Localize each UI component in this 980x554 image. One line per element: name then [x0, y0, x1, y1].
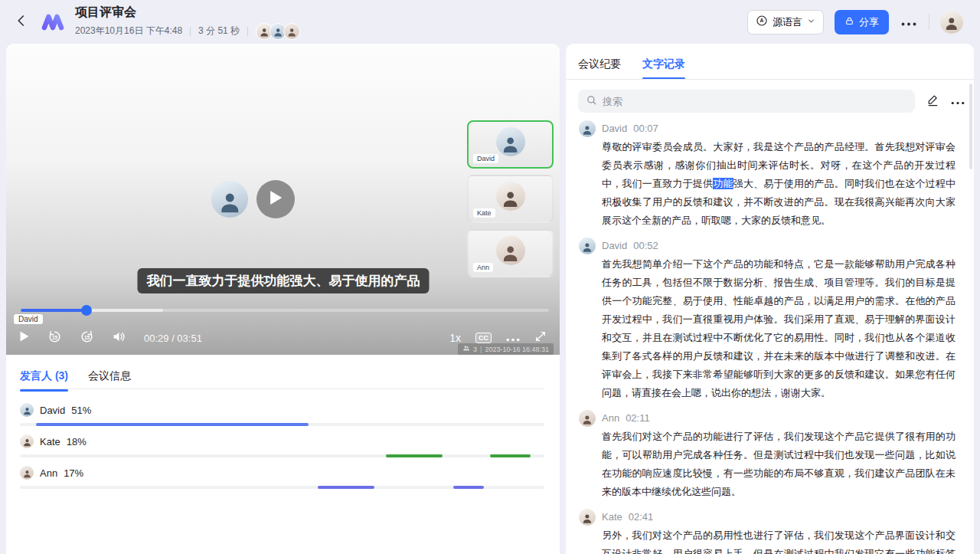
speaker-percent: 18% — [67, 436, 87, 447]
edit-transcript-button[interactable] — [926, 93, 939, 110]
tabs-divider — [566, 79, 974, 80]
entry-text[interactable]: 首先我想简单介绍一下这个产品的功能和特点，它是一款能够帮助用户完成各种任务的工具… — [602, 255, 956, 402]
ellipsis-icon — [951, 94, 965, 108]
thumbnail-name: Ann — [473, 263, 493, 272]
entry-text[interactable]: 尊敬的评审委员会成员。大家好，我是这个产品的产品经理。首先我想对评审会委员表示感… — [602, 138, 956, 230]
volume-icon — [112, 330, 126, 346]
search-row — [578, 90, 965, 113]
app-logo-icon — [38, 8, 67, 37]
participant-avatar-ann — [283, 23, 300, 40]
entry-time[interactable]: 00:07 — [633, 123, 658, 134]
meta-divider — [190, 27, 191, 36]
share-label: 分享 — [859, 15, 879, 29]
search-box[interactable] — [578, 90, 915, 113]
progress-bar[interactable] — [21, 309, 549, 312]
participant-avatars[interactable] — [256, 23, 300, 40]
pencil-icon — [926, 93, 939, 110]
transcript-entry: Ann 02:11 首先我们对这个产品的功能进行了评估，我们发现这个产品它提供了… — [579, 410, 956, 501]
speaker-timeline[interactable] — [20, 454, 544, 457]
svg-text:15: 15 — [84, 334, 90, 339]
volume-button[interactable] — [112, 330, 126, 346]
play-button[interactable] — [19, 330, 30, 346]
search-icon — [586, 94, 597, 109]
thumbnail-name: Kate — [473, 208, 495, 218]
entry-speaker: David — [602, 123, 627, 134]
speaker-name: Ann — [40, 467, 57, 479]
thumbnail-kate[interactable]: Kate — [467, 175, 554, 223]
progress-handle[interactable] — [81, 305, 92, 316]
search-input[interactable] — [603, 96, 907, 107]
progress-played — [21, 309, 87, 312]
play-icon — [268, 189, 283, 209]
back-button[interactable] — [11, 11, 32, 33]
timeline-segment — [490, 454, 531, 457]
play-icon — [19, 330, 30, 346]
avatar — [579, 410, 596, 427]
source-language-label: 源语言 — [773, 15, 802, 29]
tab-transcript[interactable]: 文字记录 — [642, 57, 685, 80]
watermark-count: 3 — [473, 346, 477, 353]
entry-time[interactable]: 02:11 — [626, 412, 650, 424]
transcript-entries[interactable]: David 00:07 尊敬的评审委员会成员。大家好，我是这个产品的产品经理。首… — [579, 120, 956, 554]
user-profile-avatar[interactable] — [940, 11, 963, 34]
entry-time[interactable]: 00:52 — [633, 240, 658, 251]
avatar — [579, 238, 596, 254]
playback-time: 00:29 / 03:51 — [144, 333, 202, 344]
avatar — [496, 182, 525, 211]
speaker-percent: 51% — [71, 405, 91, 416]
transcript-entry: David 00:52 首先我想简单介绍一下这个产品的功能和特点，它是一款能够帮… — [579, 238, 956, 402]
svg-text:A: A — [760, 18, 764, 23]
entry-time[interactable]: 02:41 — [629, 511, 654, 523]
watermark-timestamp: 2023-10-16 16:48:31 — [485, 346, 549, 353]
svg-text:15: 15 — [52, 334, 58, 339]
header-more-button[interactable] — [900, 15, 918, 29]
timeline-segment — [318, 486, 374, 489]
transcript-entry: Kate 02:41 另外，我们对这个产品的易用性也进行了评估，我们发现这个产品… — [579, 509, 956, 554]
tab-meeting-summary[interactable]: 会议纪要 — [578, 57, 621, 80]
captions-toggle[interactable]: CC — [475, 333, 492, 343]
playback-speed-button[interactable]: 1x — [449, 332, 461, 344]
translate-icon: A — [756, 15, 768, 29]
avatar — [20, 434, 34, 448]
timeline-segment — [36, 423, 309, 426]
ellipsis-icon — [901, 15, 916, 29]
avatar — [579, 509, 596, 526]
speaker-timeline[interactable] — [20, 486, 544, 489]
video-watermark: 3 | 2023-10-16 16:48:31 — [458, 343, 554, 355]
forward-15-button[interactable]: 15 — [80, 329, 94, 347]
speaker-name: David — [40, 405, 65, 416]
transcript-tabs: 会议纪要 文字记录 — [578, 57, 685, 80]
big-play-button[interactable] — [256, 180, 295, 218]
video-stage[interactable]: 我们一直致力于提供功能强大、易于使用的产品 David 15 — [6, 44, 560, 355]
transcript-more-button[interactable] — [951, 94, 965, 108]
speaker-name: Kate — [40, 436, 60, 447]
source-language-button[interactable]: A 源语言 — [747, 10, 824, 34]
transcript-scrollbar[interactable] — [969, 84, 972, 169]
rewind-15-button[interactable]: 15 — [47, 329, 62, 347]
speaker-row-ann: Ann 17% — [20, 465, 544, 489]
thumbnail-name: David — [473, 154, 498, 163]
transcript-entry: David 00:07 尊敬的评审委员会成员。大家好，我是这个产品的产品经理。首… — [579, 120, 956, 230]
share-button[interactable]: 分享 — [835, 10, 889, 34]
entry-speaker: David — [602, 240, 627, 251]
entry-text[interactable]: 首先我们对这个产品的功能进行了评估，我们发现这个产品它提供了很有用的功能，可以帮… — [602, 428, 956, 501]
header: 项目评审会 2023年10月16日 下午4:48 3 分 51 秒 A — [0, 0, 980, 44]
thumbnail-david[interactable]: David — [467, 120, 554, 169]
meeting-date: 2023年10月16日 下午4:48 — [75, 25, 182, 38]
avatar — [20, 466, 34, 480]
chevron-left-icon — [15, 14, 28, 31]
meta-divider — [247, 27, 248, 36]
thumbnail-ann[interactable]: Ann — [467, 229, 554, 277]
meeting-meta: 2023年10月16日 下午4:48 3 分 51 秒 — [75, 23, 300, 40]
lock-icon — [844, 16, 854, 28]
avatar — [579, 120, 596, 137]
speaker-timeline[interactable] — [20, 423, 544, 426]
meeting-title: 项目评审会 — [75, 5, 300, 21]
chevron-down-icon — [807, 16, 815, 28]
transcript-panel: 会议纪要 文字记录 — [566, 44, 974, 554]
speaker-percent: 17% — [64, 467, 83, 479]
participant-thumbnails: David Kate Ann — [467, 120, 554, 284]
highlighted-word: 功能 — [713, 178, 733, 189]
entry-text[interactable]: 另外，我们对这个产品的易用性也进行了评估，我们发现这个产品界面设计和交互设计非常… — [602, 526, 956, 554]
forward-15-icon: 15 — [80, 329, 94, 347]
